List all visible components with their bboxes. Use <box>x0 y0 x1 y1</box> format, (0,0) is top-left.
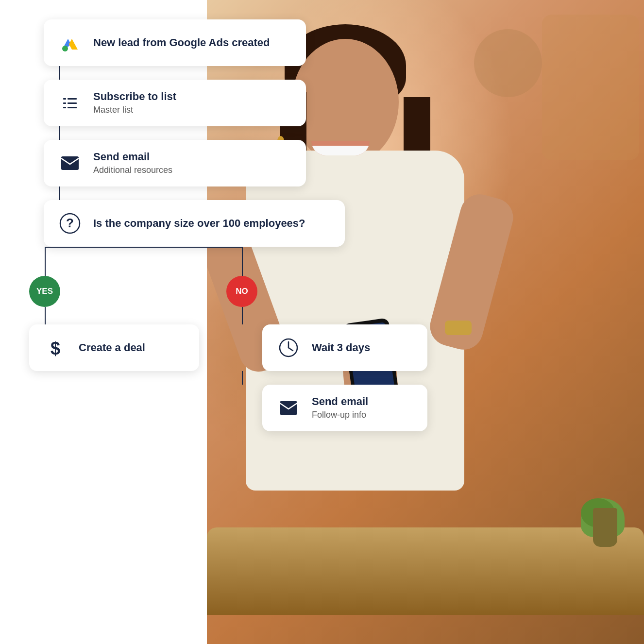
connector-1 <box>59 66 60 80</box>
trigger-card[interactable]: New lead from Google Ads created <box>44 19 306 66</box>
condition-card-text: Is the company size over 100 employees? <box>93 217 305 230</box>
wait-title: Wait 3 days <box>312 341 370 354</box>
svg-text:?: ? <box>66 216 74 230</box>
svg-rect-2 <box>63 98 66 100</box>
send-email-card[interactable]: Send email Additional resources <box>44 140 306 186</box>
email-icon <box>57 151 83 176</box>
right-connector <box>242 371 243 385</box>
subscribe-card-text: Subscribe to list Master list <box>93 90 176 116</box>
dollar-icon: $ <box>43 335 68 360</box>
followup-email-text: Send email Follow-up info <box>312 395 368 421</box>
question-icon: ? <box>57 211 83 236</box>
svg-point-1 <box>62 46 68 51</box>
svg-rect-8 <box>61 156 79 170</box>
trigger-card-text: New lead from Google Ads created <box>93 36 270 49</box>
followup-email-icon <box>276 395 301 421</box>
svg-rect-15 <box>280 401 297 415</box>
create-deal-card[interactable]: $ Create a deal <box>29 324 199 371</box>
send-email-subtitle: Additional resources <box>93 165 172 176</box>
svg-text:$: $ <box>51 339 60 358</box>
trigger-title: New lead from Google Ads created <box>93 36 270 49</box>
svg-rect-5 <box>68 102 77 104</box>
svg-line-14 <box>288 348 293 351</box>
create-deal-text: Create a deal <box>79 341 145 354</box>
wait-card[interactable]: Wait 3 days <box>262 324 427 371</box>
svg-rect-6 <box>63 107 66 108</box>
followup-email-card[interactable]: Send email Follow-up info <box>262 385 427 431</box>
svg-rect-7 <box>68 107 77 108</box>
wait-card-text: Wait 3 days <box>312 341 370 354</box>
no-badge: NO <box>226 276 257 307</box>
connector-2 <box>59 126 60 140</box>
right-branch-section: Wait 3 days Send email Follow <box>204 324 427 431</box>
scene: New lead from Google Ads created <box>0 0 644 644</box>
svg-rect-4 <box>63 102 66 104</box>
subscribe-subtitle: Master list <box>93 105 176 116</box>
workflow-container: New lead from Google Ads created <box>15 19 345 509</box>
followup-email-title: Send email <box>312 395 368 408</box>
create-deal-title: Create a deal <box>79 341 145 354</box>
subscribe-card[interactable]: Subscribe to list Master list <box>44 80 306 126</box>
right-branch-continue <box>242 307 243 324</box>
list-icon <box>57 90 83 116</box>
connector-3 <box>59 186 60 200</box>
followup-email-subtitle: Follow-up info <box>312 410 368 421</box>
clock-icon <box>276 335 301 360</box>
yes-badge: YES <box>29 276 60 307</box>
send-email-title: Send email <box>93 151 172 163</box>
google-ads-icon <box>57 30 83 55</box>
branch-wrapper: YES NO $ Create a deal <box>15 247 335 509</box>
left-branch-card-wrap: $ Create a deal <box>15 324 199 371</box>
condition-card[interactable]: ? Is the company size over 100 employees… <box>44 200 345 247</box>
svg-rect-3 <box>68 98 77 100</box>
condition-title: Is the company size over 100 employees? <box>93 217 305 230</box>
branch-horizontal-line <box>45 247 243 248</box>
left-branch-continue <box>45 307 46 324</box>
subscribe-title: Subscribe to list <box>93 90 176 103</box>
send-email-card-text: Send email Additional resources <box>93 151 172 176</box>
